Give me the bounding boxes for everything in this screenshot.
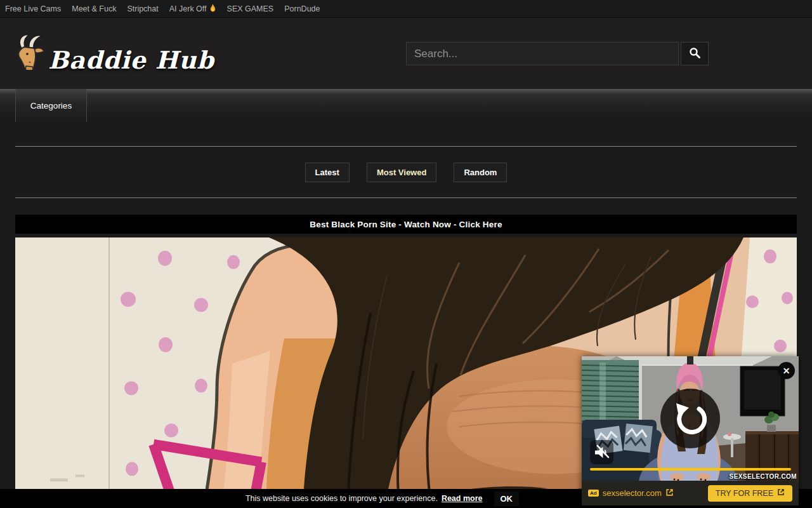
site-logo[interactable]: Baddie Hub (13, 33, 214, 72)
topbar-link-label: AI Jerk Off (169, 4, 207, 13)
ad-advertiser-url: sexselector.com (603, 488, 662, 498)
nav-categories[interactable]: Categories (15, 89, 87, 122)
fire-icon (209, 4, 216, 14)
search-bar (406, 42, 709, 65)
topbar: Free Live Cams Meet & Fuck Stripchat AI … (0, 0, 812, 18)
ad-mute-button[interactable] (590, 440, 613, 464)
goat-icon (13, 33, 46, 72)
ad-cta-button[interactable]: TRY FOR FREE (708, 485, 792, 502)
ad-progress-bar[interactable] (590, 468, 791, 471)
tab-latest[interactable]: Latest (305, 163, 350, 182)
ad-badge: Ad (588, 490, 599, 497)
external-link-icon (665, 488, 674, 499)
main-nav: Categories (0, 89, 812, 122)
divider (15, 146, 797, 147)
cookie-read-more-link[interactable]: Read more (442, 494, 483, 503)
video-ad-overlay: ✕ SEXSELECTOR.COM Ad sexselec (582, 356, 799, 505)
ad-cta-label: TRY FOR FREE (716, 489, 773, 498)
divider (15, 197, 797, 198)
magnifier-icon (689, 47, 700, 60)
search-button[interactable] (681, 42, 709, 65)
topbar-link-porndude[interactable]: PornDude (284, 4, 320, 13)
external-link-icon (777, 488, 785, 498)
ad-watermark: SEXSELECTOR.COM (730, 473, 797, 480)
sort-tabs: Latest Most Viewed Random (15, 163, 797, 182)
ad-footer: Ad sexselector.com TRY FOR FREE (582, 481, 799, 505)
tab-random[interactable]: Random (454, 163, 507, 182)
ad-video[interactable]: ✕ SEXSELECTOR.COM (582, 356, 799, 481)
ad-replay-button[interactable] (660, 389, 720, 448)
promo-banner-text: Best Black Porn Site - Watch Now - Click… (310, 220, 502, 229)
site-title: Baddie Hub (48, 48, 214, 72)
search-input[interactable] (406, 42, 679, 65)
promo-banner[interactable]: Best Black Porn Site - Watch Now - Click… (15, 215, 797, 234)
topbar-link-sex-games[interactable]: SEX GAMES (227, 4, 274, 13)
topbar-link-meet-and-fuck[interactable]: Meet & Fuck (72, 4, 116, 13)
ad-advertiser-link[interactable]: Ad sexselector.com (588, 488, 674, 499)
topbar-link-ai-jerk-off[interactable]: AI Jerk Off (169, 4, 216, 14)
ad-close-button[interactable]: ✕ (778, 362, 795, 379)
topbar-link-free-live-cams[interactable]: Free Live Cams (5, 4, 61, 13)
cookie-message: This website uses cookies to improve you… (246, 494, 438, 503)
cookie-ok-button[interactable]: OK (494, 491, 520, 506)
muted-speaker-icon (594, 444, 610, 460)
replay-icon (672, 401, 708, 436)
header: Baddie Hub (0, 18, 812, 89)
tab-most-viewed[interactable]: Most Viewed (367, 163, 437, 182)
topbar-link-stripchat[interactable]: Stripchat (127, 4, 158, 13)
